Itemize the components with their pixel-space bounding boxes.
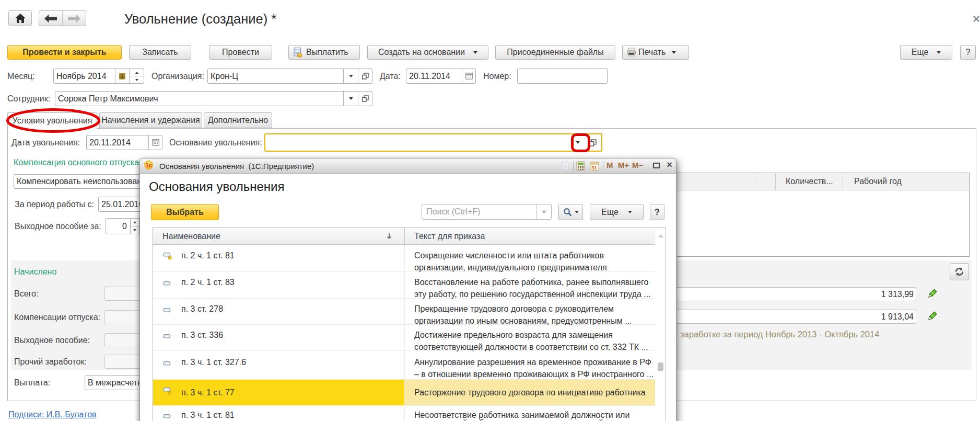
- svg-text:1с: 1с: [145, 162, 152, 168]
- svg-text:31: 31: [591, 165, 597, 170]
